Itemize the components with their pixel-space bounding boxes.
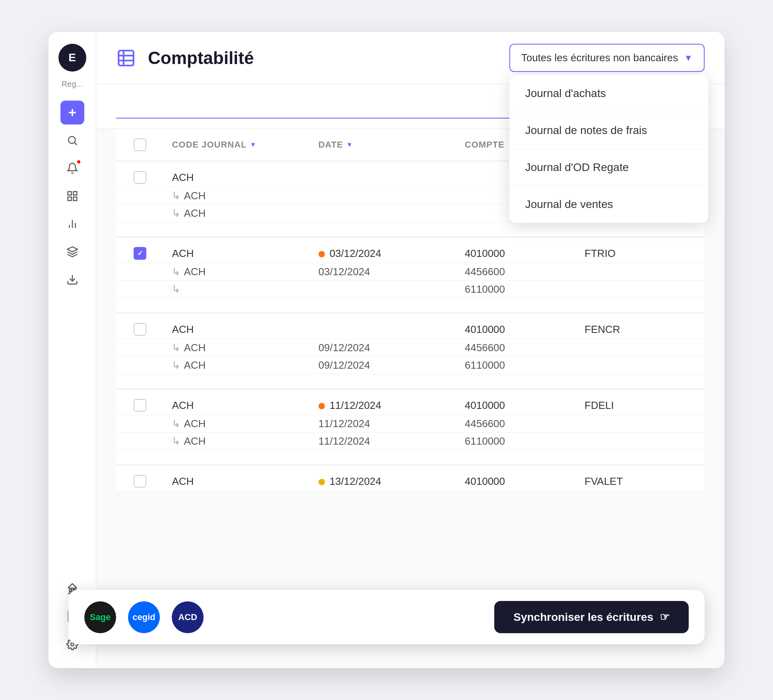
row-journal: ACH [164, 237, 310, 263]
notification-dot [76, 159, 81, 164]
table-row[interactable]: ↳6110000 [116, 281, 705, 298]
floating-bar: Sage cegid ACD Synchroniser les écriture… [68, 590, 705, 644]
sidebar-item-chart[interactable] [60, 212, 84, 236]
svg-rect-5 [73, 192, 77, 195]
filter-dropdown[interactable]: Toutes les écritures non bancaires ▼ Jou… [509, 44, 705, 72]
dropdown-item-ventes[interactable]: Journal de ventes [509, 186, 708, 223]
row-date: 09/12/2024 [311, 357, 457, 374]
row-date: 03/12/2024 [311, 263, 457, 281]
sub-arrow-icon: ↳ [172, 266, 181, 278]
sidebar-item-download[interactable] [60, 268, 84, 292]
table-row-spacer [116, 222, 705, 237]
row-journal: ACH [164, 161, 310, 187]
sub-arrow-icon: ↳ [172, 207, 181, 219]
table-row[interactable]: ↳ACH03/12/20244456600 [116, 263, 705, 281]
select-all-checkbox[interactable] [134, 138, 146, 151]
brand-cegid-logo: cegid [128, 601, 160, 633]
table-row[interactable]: ACH11/12/20244010000FDELI [116, 389, 705, 415]
row-date [311, 313, 457, 339]
row-date: 11/12/2024 [311, 433, 457, 450]
row-check-cell [116, 161, 164, 187]
dropdown-item-notes[interactable]: Journal de notes de frais [509, 112, 708, 149]
row-check-cell [116, 389, 164, 415]
comptabilite-icon [116, 48, 136, 68]
brand-sage-logo: Sage [84, 601, 116, 633]
svg-marker-11 [67, 247, 77, 252]
table-row[interactable]: ACH03/12/20244010000FTRIO [116, 237, 705, 263]
row-checkbox[interactable] [134, 171, 146, 184]
row-check-cell [116, 433, 164, 450]
dropdown-item-od[interactable]: Journal d'OD Regate [509, 149, 708, 186]
row-account: 4010000 [457, 465, 577, 491]
row-check-cell [116, 281, 164, 298]
filter-dropdown-menu: Journal d'achats Journal de notes de fra… [509, 75, 708, 223]
row-journal: ↳ACH [164, 263, 310, 281]
sidebar-item-search[interactable] [60, 128, 84, 152]
row-date: 13/12/2024 [311, 465, 457, 491]
row-checkbox[interactable] [134, 475, 146, 488]
row-account: 4456600 [457, 263, 577, 281]
row-account: 6110000 [457, 281, 577, 298]
row-check-cell [116, 415, 164, 433]
row-account: 4456600 [457, 415, 577, 433]
row-check-cell [116, 205, 164, 222]
row-check-cell [116, 263, 164, 281]
row-account: 6110000 [457, 433, 577, 450]
sync-button[interactable]: Synchroniser les écritures ☞ [494, 601, 689, 633]
main-content: Comptabilité Toutes les écritures non ba… [96, 32, 724, 668]
filter-dropdown-button[interactable]: Toutes les écritures non bancaires ▼ [509, 44, 705, 72]
page-title: Comptabilité [148, 48, 254, 68]
sidebar-item-grid[interactable] [60, 184, 84, 208]
row-check-cell [116, 187, 164, 205]
row-account: 4456600 [457, 339, 577, 357]
status-dot [319, 251, 325, 257]
table-row[interactable]: ACH13/12/20244010000FVALET [116, 465, 705, 491]
col-header-check [116, 129, 164, 161]
sidebar-label: Reg... [62, 80, 83, 89]
col-header-journal[interactable]: CODE JOURNAL ▼ [164, 129, 310, 161]
row-check-cell [116, 465, 164, 491]
row-journal: ACH [164, 389, 310, 415]
row-check-cell [116, 237, 164, 263]
row-checkbox[interactable] [134, 247, 146, 260]
row-account: 6110000 [457, 357, 577, 374]
row-checkbox[interactable] [134, 399, 146, 412]
row-auxiliary [577, 281, 705, 298]
sidebar-item-notifications[interactable] [60, 156, 84, 180]
table-row[interactable]: ↳ACH09/12/20246110000 [116, 357, 705, 374]
row-auxiliary [577, 415, 705, 433]
row-journal: ↳ [164, 281, 310, 298]
status-dot [319, 479, 325, 485]
sub-arrow-icon: ↳ [172, 435, 181, 447]
row-account: 4010000 [457, 237, 577, 263]
row-journal: ACH [164, 465, 310, 491]
sync-button-label: Synchroniser les écritures [513, 611, 653, 624]
table-row[interactable]: ↳ACH11/12/20244456600 [116, 415, 705, 433]
row-account: 4010000 [457, 389, 577, 415]
sub-arrow-icon: ↳ [172, 342, 181, 354]
app-container: E Reg... [49, 32, 724, 668]
sidebar-item-plus[interactable] [60, 101, 84, 124]
row-check-cell [116, 339, 164, 357]
row-journal: ACH [164, 313, 310, 339]
sub-arrow-icon: ↳ [172, 359, 181, 371]
table-row[interactable]: ↳ACH11/12/20246110000 [116, 433, 705, 450]
table-row[interactable]: ACH4010000FENCR [116, 313, 705, 339]
svg-rect-14 [69, 588, 71, 592]
svg-rect-24 [118, 51, 134, 66]
sidebar-item-layers[interactable] [60, 240, 84, 264]
row-date: 03/12/2024 [311, 237, 457, 263]
table-row[interactable]: ↳ACH09/12/20244456600 [116, 339, 705, 357]
row-checkbox[interactable] [134, 323, 146, 336]
sidebar: E Reg... [49, 32, 96, 668]
table-row-spacer [116, 298, 705, 313]
col-header-date[interactable]: DATE ▼ [311, 129, 457, 161]
row-date [311, 205, 457, 222]
row-journal: ↳ACH [164, 415, 310, 433]
brand-acd-logo: ACD [172, 601, 204, 633]
dropdown-item-achats[interactable]: Journal d'achats [509, 75, 708, 112]
status-dot [319, 403, 325, 409]
app-logo[interactable]: E [58, 44, 86, 72]
table-row-spacer [116, 374, 705, 389]
row-journal: ↳ACH [164, 339, 310, 357]
